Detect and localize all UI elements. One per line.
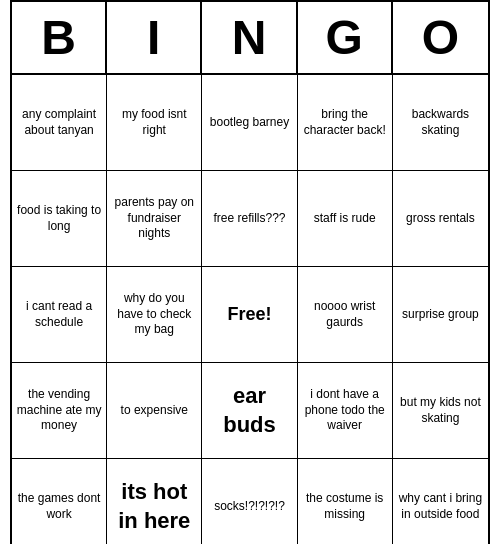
bingo-card: BINGO any complaint about tanyanmy food … xyxy=(10,0,490,544)
bingo-cell-16: to expensive xyxy=(107,363,202,459)
bingo-cell-17: ear buds xyxy=(202,363,297,459)
bingo-header: BINGO xyxy=(12,2,488,75)
bingo-cell-12: Free! xyxy=(202,267,297,363)
bingo-cell-1: my food isnt right xyxy=(107,75,202,171)
bingo-cell-15: the vending machine ate my money xyxy=(12,363,107,459)
bingo-cell-3: bring the character back! xyxy=(298,75,393,171)
bingo-cell-8: staff is rude xyxy=(298,171,393,267)
bingo-letter-i: I xyxy=(107,2,202,73)
bingo-letter-b: B xyxy=(12,2,107,73)
bingo-cell-22: socks!?!?!?!? xyxy=(202,459,297,544)
bingo-cell-0: any complaint about tanyan xyxy=(12,75,107,171)
bingo-cell-6: parents pay on fundraiser nights xyxy=(107,171,202,267)
bingo-cell-14: surprise group xyxy=(393,267,488,363)
bingo-cell-2: bootleg barney xyxy=(202,75,297,171)
bingo-cell-24: why cant i bring in outside food xyxy=(393,459,488,544)
bingo-cell-21: its hot in here xyxy=(107,459,202,544)
bingo-letter-g: G xyxy=(298,2,393,73)
bingo-cell-23: the costume is missing xyxy=(298,459,393,544)
bingo-cell-4: backwards skating xyxy=(393,75,488,171)
bingo-cell-7: free refills??? xyxy=(202,171,297,267)
bingo-cell-19: but my kids not skating xyxy=(393,363,488,459)
bingo-cell-10: i cant read a schedule xyxy=(12,267,107,363)
bingo-grid: any complaint about tanyanmy food isnt r… xyxy=(12,75,488,544)
bingo-cell-9: gross rentals xyxy=(393,171,488,267)
bingo-cell-20: the games dont work xyxy=(12,459,107,544)
bingo-cell-11: why do you have to check my bag xyxy=(107,267,202,363)
bingo-cell-18: i dont have a phone todo the waiver xyxy=(298,363,393,459)
bingo-letter-n: N xyxy=(202,2,297,73)
bingo-letter-o: O xyxy=(393,2,488,73)
bingo-cell-13: noooo wrist gaurds xyxy=(298,267,393,363)
bingo-cell-5: food is taking to long xyxy=(12,171,107,267)
